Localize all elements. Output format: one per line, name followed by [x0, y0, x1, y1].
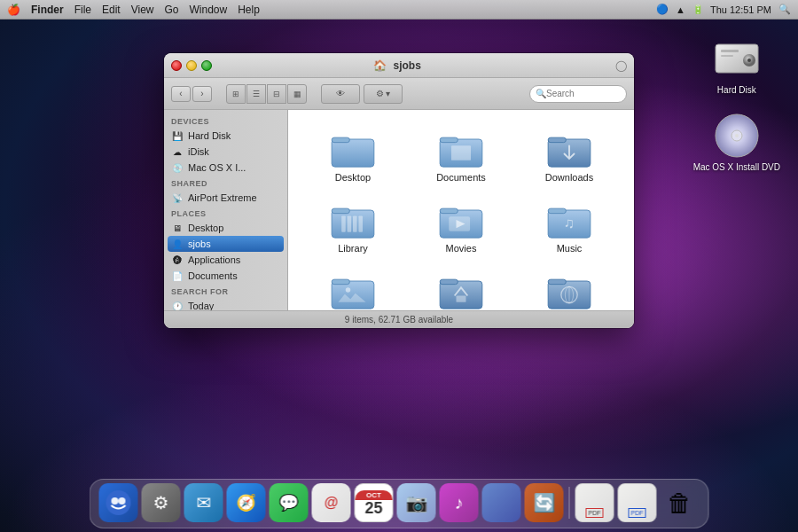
sidebar-item-today[interactable]: 🕐 Today	[164, 298, 287, 310]
view-icon-button[interactable]: ⊞	[226, 84, 246, 104]
close-button[interactable]	[171, 60, 182, 71]
dock-item-safari[interactable]: 🧭	[227, 483, 266, 522]
menu-view[interactable]: View	[131, 4, 154, 16]
sidebar-item-hard-disk[interactable]: 💾 Hard Disk	[164, 128, 287, 144]
safari-dock-icon: 🧭	[227, 483, 266, 522]
hard-disk-image	[714, 35, 760, 82]
dock-item-spaces[interactable]	[482, 483, 521, 522]
hard-disk-icon[interactable]: Hard Disk	[714, 35, 760, 95]
minimize-button[interactable]	[186, 60, 197, 71]
dock-item-trash[interactable]: 🗑	[661, 483, 700, 522]
svg-rect-18	[348, 215, 352, 231]
svg-rect-33	[457, 296, 466, 302]
sidebar-item-sjobs[interactable]: 👤 sjobs	[168, 236, 284, 252]
folder-pictures[interactable]: Pictures	[302, 266, 403, 310]
sidebar-item-desktop[interactable]: 🖥 Desktop	[164, 220, 287, 236]
dock-item-mail[interactable]: ✉	[184, 483, 223, 522]
bluetooth-icon: 🔵	[656, 4, 669, 15]
public-folder-icon	[438, 271, 484, 310]
folder-library[interactable]: Library	[302, 195, 403, 259]
view-list-button[interactable]: ☰	[246, 84, 266, 104]
menu-help[interactable]: Help	[238, 4, 260, 16]
folder-desktop[interactable]: Desktop	[302, 124, 403, 188]
dock-item-finder[interactable]	[99, 483, 138, 522]
hard-disk-label: Hard Disk	[717, 85, 756, 95]
sidebar-item-idisk[interactable]: ☁ iDisk	[164, 144, 287, 160]
menu-file[interactable]: File	[74, 4, 91, 16]
dock: ⚙ ✉ 🧭 💬 @ OCT 25 📷 ♪ 🔄 PDF	[90, 479, 709, 528]
sidebar-item-airport[interactable]: 📡 AirPort Extreme	[164, 190, 287, 206]
folder-sites[interactable]: Sites	[519, 266, 620, 310]
ical-dock-icon: OCT 25	[355, 483, 394, 522]
svg-rect-22	[440, 208, 458, 214]
desktop-folder-icon	[330, 129, 376, 168]
battery-icon: 🔋	[692, 4, 703, 14]
folder-music[interactable]: ♫ Music	[519, 195, 620, 259]
svg-rect-1	[721, 50, 739, 52]
menubar-left: 🍎 Finder File Edit View Go Window Help	[7, 4, 260, 16]
action-button[interactable]: 👁	[321, 84, 360, 104]
menu-edit[interactable]: Edit	[102, 4, 121, 16]
dock-item-pdf2[interactable]: PDF	[618, 483, 657, 522]
search-box[interactable]: 🔍	[529, 85, 627, 103]
folder-public[interactable]: Public	[411, 266, 512, 310]
svg-point-41	[119, 497, 126, 505]
menu-window[interactable]: Window	[190, 4, 228, 16]
dock-item-iphoto[interactable]: 📷	[397, 483, 436, 522]
sidebar-item-mac-os[interactable]: 💿 Mac OS X I...	[164, 160, 287, 176]
folder-movies[interactable]: Movies	[411, 195, 512, 259]
svg-rect-16	[332, 208, 349, 214]
svg-rect-32	[440, 279, 458, 285]
search-input[interactable]	[546, 89, 617, 98]
airport-icon: 📡	[171, 192, 184, 204]
folder-downloads[interactable]: Downloads	[519, 124, 620, 188]
view-cover-button[interactable]: ▦	[287, 84, 307, 104]
menu-go[interactable]: Go	[165, 4, 179, 16]
sidebar-item-documents[interactable]: 📄 Documents	[164, 268, 287, 284]
svg-point-7	[735, 134, 739, 137]
documents-sidebar-icon: 📄	[171, 270, 184, 282]
back-button[interactable]: ‹	[171, 86, 191, 102]
action-settings-button[interactable]: ⚙ ▾	[364, 84, 403, 104]
dock-item-ichat[interactable]: 💬	[270, 483, 309, 522]
svg-rect-20	[358, 215, 363, 231]
maximize-button[interactable]	[201, 60, 212, 71]
forward-button[interactable]: ›	[192, 86, 212, 102]
hard-disk-sidebar-icon: 💾	[171, 129, 184, 142]
system-preferences-dock-icon: ⚙	[142, 483, 181, 522]
library-folder-label: Library	[338, 243, 368, 254]
svg-point-30	[346, 287, 351, 293]
apple-menu[interactable]: 🍎	[7, 4, 20, 16]
svg-rect-26	[548, 208, 566, 214]
sidebar-item-applications[interactable]: 🅐 Applications	[164, 252, 287, 268]
dock-item-time-machine[interactable]: 🔄	[525, 483, 564, 522]
dvd-icon[interactable]: Mac OS X Install DVD	[693, 113, 780, 172]
movies-folder-label: Movies	[446, 243, 477, 254]
content-area: Desktop Documents	[288, 110, 634, 310]
pdf1-dock-icon: PDF	[575, 483, 614, 522]
dock-item-system-preferences[interactable]: ⚙	[142, 483, 181, 522]
window-controls-right: ◯	[583, 59, 627, 72]
movies-folder-icon	[438, 200, 484, 239]
svg-rect-9	[332, 137, 349, 143]
window-collapse[interactable]: ◯	[615, 59, 627, 72]
chevron-down-icon: ▾	[386, 89, 390, 98]
title-bar: 🏠 sjobs ◯	[164, 53, 634, 78]
menu-finder[interactable]: Finder	[31, 4, 64, 16]
view-columns-button[interactable]: ⊟	[267, 84, 286, 104]
dock-item-ical[interactable]: OCT 25	[355, 483, 394, 522]
dvd-image	[714, 113, 760, 159]
clock: Thu 12:51 PM	[710, 4, 771, 15]
toolbar: ‹ › ⊞ ☰ ⊟ ▦ 👁 ⚙ ▾ 🔍	[164, 78, 634, 110]
folder-documents[interactable]: Documents	[411, 124, 512, 188]
spaces-dock-icon	[482, 483, 521, 522]
documents-folder-label: Documents	[436, 172, 486, 183]
dock-item-pdf1[interactable]: PDF	[575, 483, 614, 522]
spotlight-icon[interactable]: 🔍	[778, 4, 791, 15]
sjobs-icon: 👤	[171, 238, 184, 250]
wifi-icon: ▲	[676, 4, 685, 15]
dock-item-address-book[interactable]: @	[312, 483, 351, 522]
dock-item-itunes[interactable]: ♪	[440, 483, 479, 522]
trash-dock-icon: 🗑	[661, 483, 700, 522]
downloads-folder-label: Downloads	[545, 172, 593, 183]
